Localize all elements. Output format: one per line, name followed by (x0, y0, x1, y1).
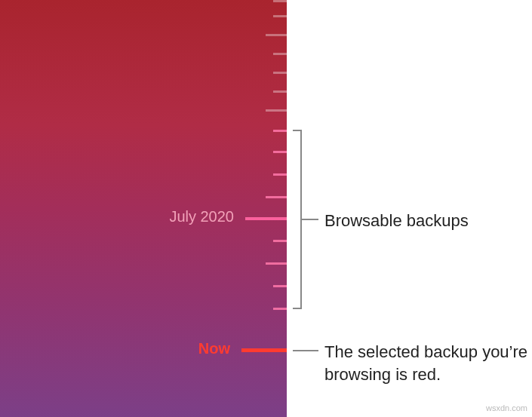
annotation-connector (293, 350, 318, 351)
timeline-date-label: July 2020 (169, 208, 234, 225)
timeline-tick[interactable] (273, 0, 287, 2)
timeline-tick[interactable] (273, 15, 287, 17)
annotation-browsable-text: Browsable backups (324, 210, 469, 232)
timeline-panel: July 2020 Now (0, 0, 287, 417)
timeline-tick-now[interactable] (241, 348, 287, 352)
timeline-tick-browsable[interactable] (273, 240, 287, 242)
annotation-bracket (293, 130, 302, 309)
annotation-selected-text: The selected backup you’re browsing is r… (324, 341, 528, 385)
timeline-tick-labeled[interactable] (245, 217, 287, 220)
timeline-tick[interactable] (273, 72, 287, 74)
timeline-tick[interactable] (273, 53, 287, 55)
annotation-area: Browsable backups The selected backup yo… (287, 0, 532, 417)
timeline-now-label: Now (198, 340, 230, 357)
annotation-connector (302, 219, 318, 220)
timeline-tick-browsable[interactable] (266, 262, 287, 265)
timeline-tick-browsable[interactable] (273, 151, 287, 153)
timeline-tick-browsable[interactable] (273, 308, 287, 310)
timeline-tick[interactable] (273, 90, 287, 93)
timeline-tick-browsable[interactable] (273, 173, 287, 176)
watermark: wsxdn.com (486, 403, 527, 412)
timeline-tick[interactable] (266, 109, 287, 112)
timeline-tick[interactable] (266, 34, 287, 36)
timeline-tick-browsable[interactable] (266, 196, 287, 198)
timeline-tick-browsable[interactable] (273, 285, 287, 287)
timeline-tick-browsable[interactable] (273, 130, 287, 132)
